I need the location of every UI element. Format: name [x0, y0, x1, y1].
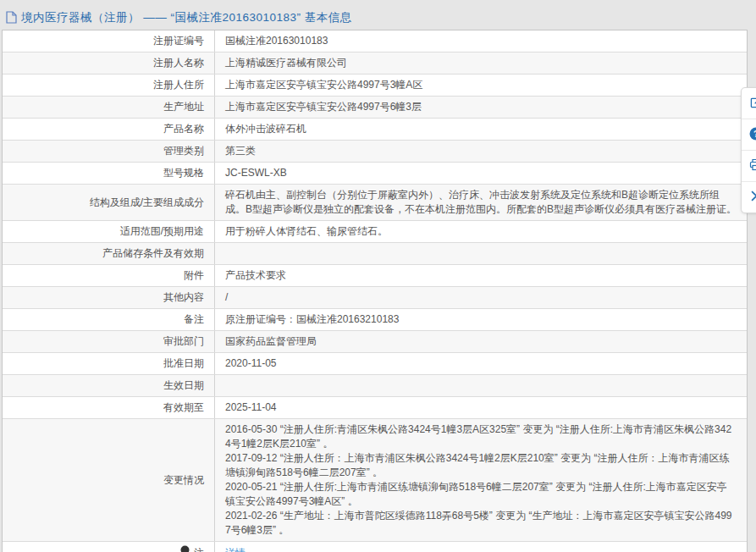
- print-icon: [749, 158, 756, 174]
- edit-icon: [750, 96, 756, 111]
- change-entry: 2020-05-21 “注册人住所:上海市青浦区练塘镇泖甸路518号6幢二层20…: [225, 480, 737, 509]
- row-value: 国械注准20163010183: [215, 30, 747, 52]
- row-value: JC-ESWL-XB: [215, 163, 747, 184]
- row-value: 上海精诚医疗器械有限公司: [215, 52, 747, 74]
- page-title: 境内医疗器械（注册） —— “国械注准20163010183” 基本信息: [21, 10, 352, 25]
- row-label: 其他内容: [3, 287, 215, 308]
- row-label: 附件: [3, 265, 215, 286]
- help-icon: ?: [749, 127, 756, 143]
- change-entry: 2017-09-12 “注册人住所：上海市青浦区朱枫公路3424号1幢2层K层2…: [225, 451, 737, 480]
- comment-balloon-icon: [180, 545, 190, 552]
- row-label: 注册人住所: [3, 75, 215, 96]
- help-button[interactable]: ?: [742, 119, 756, 151]
- row-label: 批准日期: [3, 353, 215, 374]
- table-row: 备注 原注册证编号：国械注准20163210183: [3, 309, 747, 331]
- change-entry: 2016-05-30 “注册人住所:青浦区朱枫公路3424号1幢3层A区325室…: [225, 422, 737, 451]
- row-label-note: 注: [3, 542, 215, 552]
- print-button[interactable]: [742, 151, 756, 182]
- row-label: 注册人名称: [3, 52, 215, 74]
- table-row-note: 注 详情: [3, 542, 747, 552]
- table-row: 型号规格 JC-ESWL-XB: [3, 163, 747, 185]
- row-label: 有效期至: [3, 397, 215, 418]
- details-link[interactable]: 详情: [225, 546, 737, 552]
- table-row: 其他内容 /: [3, 287, 747, 309]
- row-value: 国家药品监督管理局: [215, 331, 747, 352]
- table-row: 注册证编号 国械注准20163010183: [3, 30, 747, 52]
- table-row: 生产地址 上海市嘉定区安亭镇宝安公路4997号6幢3层: [3, 97, 747, 119]
- registration-info-table: 注册证编号 国械注准20163010183 注册人名称 上海精诚医疗器械有限公司…: [2, 30, 748, 552]
- row-value: 原注册证编号：国械注准20163210183: [215, 309, 747, 330]
- table-row: 生效日期: [3, 375, 747, 397]
- row-label: 型号规格: [3, 163, 215, 184]
- row-value: 上海市嘉定区安亭镇宝安公路4997号3幢A区: [215, 75, 747, 96]
- row-label: 变更情况: [3, 419, 215, 541]
- close-button[interactable]: [742, 182, 756, 213]
- row-label: 注册证编号: [3, 30, 215, 52]
- row-value: 上海市嘉定区安亭镇宝安公路4997号6幢3层: [215, 97, 747, 118]
- row-value: 体外冲击波碎石机: [215, 119, 747, 140]
- row-label: 适用范围/预期用途: [3, 221, 215, 242]
- row-label: 管理类别: [3, 141, 215, 162]
- table-row: 注册人住所 上海市嘉定区安亭镇宝安公路4997号3幢A区: [3, 75, 747, 97]
- row-label: 备注: [3, 309, 215, 330]
- row-label: 结构及组成/主要组成成分: [3, 185, 215, 220]
- table-row: 管理类别 第三类: [3, 141, 747, 163]
- table-row: 适用范围/预期用途 用于粉碎人体肾结石、输尿管结石。: [3, 221, 747, 243]
- row-value-changes: 2016-05-30 “注册人住所:青浦区朱枫公路3424号1幢3层A区325室…: [215, 419, 747, 541]
- row-value: 碎石机由主、副控制台（分别位于屏蔽室内外）、治疗床、冲击波发射系统及定位系统和B…: [215, 185, 747, 220]
- note-label: 注: [194, 546, 204, 552]
- row-value-note: 详情: [215, 542, 747, 552]
- table-row: 注册人名称 上海精诚医疗器械有限公司: [3, 52, 747, 75]
- row-value: [215, 243, 747, 264]
- table-row-changes: 变更情况 2016-05-30 “注册人住所:青浦区朱枫公路3424号1幢3层A…: [3, 419, 747, 542]
- change-entry: 2021-02-26 “生产地址：上海市普陀区绥德路118弄68号5楼” 变更为…: [225, 509, 737, 538]
- table-row: 审批部门 国家药品监督管理局: [3, 331, 747, 353]
- table-row: 产品储存条件及有效期: [3, 243, 747, 265]
- side-toolbar: ?: [741, 87, 756, 213]
- row-value: /: [215, 287, 747, 308]
- edit-button[interactable]: [742, 88, 756, 119]
- row-value: 产品技术要求: [215, 265, 747, 286]
- table-row: 结构及组成/主要组成成分 碎石机由主、副控制台（分别位于屏蔽室内外）、治疗床、冲…: [3, 185, 747, 221]
- row-value: 2020-11-05: [215, 353, 747, 374]
- row-value: [215, 375, 747, 396]
- close-icon: [751, 190, 756, 204]
- table-row: 产品名称 体外冲击波碎石机: [3, 119, 747, 141]
- page-header: 境内医疗器械（注册） —— “国械注准20163010183” 基本信息: [0, 0, 756, 28]
- table-row: 附件 产品技术要求: [3, 265, 747, 287]
- row-value: 用于粉碎人体肾结石、输尿管结石。: [215, 221, 747, 242]
- row-label: 生产地址: [3, 97, 215, 118]
- row-label: 生效日期: [3, 375, 215, 396]
- row-label: 产品名称: [3, 119, 215, 140]
- row-value: 第三类: [215, 141, 747, 162]
- table-row: 有效期至 2025-11-04: [3, 397, 747, 419]
- table-row: 批准日期 2020-11-05: [3, 353, 747, 375]
- document-icon: [6, 11, 17, 26]
- row-value: 2025-11-04: [215, 397, 747, 418]
- row-label: 产品储存条件及有效期: [3, 243, 215, 264]
- row-label: 审批部门: [3, 331, 215, 352]
